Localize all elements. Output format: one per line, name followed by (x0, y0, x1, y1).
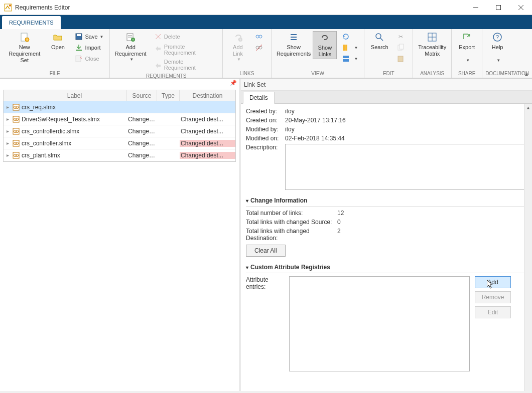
ribbon-group-file: + NewRequirement Set Open Save▼ Import C… (0, 29, 110, 78)
link-small-icon (255, 33, 263, 41)
svg-point-24 (256, 35, 259, 38)
import-button[interactable]: Import (72, 42, 106, 53)
add-requirement-button[interactable]: + AddRequirement▼ (113, 31, 148, 63)
new-file-icon: + (20, 32, 30, 42)
delete-requirement-button: Delete (151, 31, 219, 42)
details-tabbar: Details (241, 91, 532, 104)
created-on-value: 20-May-2017 13:17:16 (285, 117, 346, 124)
expand-icon[interactable]: ▸ (4, 128, 12, 134)
table-row[interactable]: ▸crs_req.slmx (4, 101, 235, 113)
svg-line-37 (380, 38, 383, 41)
tab-requirements[interactable]: REQUIREMENTS (2, 16, 61, 29)
linkset-header: Link Set (241, 79, 532, 91)
layout-button[interactable]: ▼ (339, 53, 361, 64)
description-textarea[interactable] (285, 144, 527, 190)
search-button[interactable]: Search (367, 31, 391, 52)
ribbon-group-links: + AddLink▼ LINKS (223, 29, 272, 78)
expand-icon[interactable]: ▸ (4, 116, 12, 122)
row-destination: Changed dest... (180, 128, 235, 135)
copy-icon (396, 44, 405, 52)
linkset-file-icon (12, 140, 21, 147)
attribute-entries-listbox[interactable] (289, 276, 470, 371)
show-requirements-button[interactable]: ShowRequirements (275, 31, 313, 58)
help-button[interactable]: ? Help▼ (485, 31, 509, 64)
svg-rect-40 (398, 56, 403, 62)
table-row[interactable]: ▸DriverSwRequest_Tests.slmxChanged ...Ch… (4, 113, 235, 125)
change-info-header[interactable]: Change Information (246, 197, 527, 204)
column-source[interactable]: Source (127, 90, 157, 101)
ribbon-group-share: Export▼ SHARE (452, 29, 482, 78)
expand-icon[interactable]: ▸ (4, 104, 12, 110)
chevron-down-icon: ▼ (466, 58, 470, 63)
new-requirement-set-button[interactable]: + NewRequirement Set (3, 31, 46, 65)
link-option-2[interactable] (252, 42, 268, 53)
created-by-value: itoy (285, 108, 295, 115)
demote-requirement-button: Demote Requirement (151, 57, 219, 72)
refresh-view-button[interactable] (339, 31, 361, 42)
left-pane: 📌 Label Source Type Destination ▸crs_req… (0, 79, 241, 391)
cut-icon: ✂ (396, 33, 405, 41)
save-icon (75, 33, 83, 41)
table-row[interactable]: ▸crs_controllerdic.slmxChanged ...Change… (4, 125, 235, 137)
save-button[interactable]: Save▼ (72, 31, 106, 42)
edit-attribute-button: Edit (475, 306, 511, 318)
expand-icon[interactable]: ▸ (4, 140, 12, 146)
show-links-button[interactable]: ShowLinks (313, 31, 337, 59)
cut-button: ✂ (393, 31, 410, 42)
changed-dest-value: 2 (337, 228, 341, 242)
delete-icon (154, 33, 162, 41)
close-file-button: Close (72, 53, 106, 64)
group-label-share: SHARE (455, 70, 479, 78)
custom-attr-header[interactable]: Custom Attribute Registries (246, 264, 527, 271)
traceability-matrix-button[interactable]: TraceabilityMatrix (416, 31, 448, 58)
group-label-edit: EDIT (367, 70, 410, 78)
right-pane: Link Set Details Created by:itoy Created… (241, 79, 532, 391)
svg-text:+: + (239, 38, 241, 42)
row-source: Changed ... (127, 128, 157, 135)
columns-button[interactable]: ▼ (339, 42, 361, 53)
group-label-requirements: REQUIREMENTS (113, 72, 219, 79)
minimize-button[interactable] (464, 0, 487, 15)
add-attribute-button[interactable]: Add (475, 276, 511, 288)
refresh-icon (342, 33, 350, 41)
svg-point-27 (259, 46, 262, 49)
tab-details[interactable]: Details (243, 92, 275, 104)
row-label: crs_req.slmx (21, 104, 127, 111)
chevron-down-icon: ▼ (237, 57, 241, 62)
pin-icon[interactable]: 📌 (230, 80, 237, 86)
column-destination[interactable]: Destination (180, 90, 235, 101)
export-button[interactable]: Export▼ (455, 31, 479, 64)
column-type[interactable]: Type (157, 90, 180, 101)
collapse-ribbon-icon[interactable]: ▲ (524, 71, 529, 77)
table-row[interactable]: ▸crs_plant.slmxChanged ...Changed dest..… (4, 149, 235, 161)
row-source: Changed ... (127, 116, 157, 123)
linkset-file-icon (12, 116, 21, 123)
table-row[interactable]: ▸crs_controller.slmxChanged ...Changed d… (4, 137, 235, 149)
window-title: Requirements Editor (15, 4, 464, 11)
scroll-up-icon[interactable]: ▲ (524, 104, 532, 112)
svg-point-1 (9, 5, 11, 7)
modified-by-value: itoy (285, 126, 295, 133)
add-link-label: AddLink (233, 44, 243, 57)
svg-text:+: + (26, 38, 28, 42)
created-by-label: Created by: (246, 108, 285, 115)
row-source: Changed ... (127, 140, 157, 147)
open-button[interactable]: Open (46, 31, 70, 52)
svg-rect-39 (400, 44, 404, 49)
group-label-view: VIEW (275, 70, 361, 78)
column-label[interactable]: Label (21, 90, 127, 101)
clear-all-button[interactable]: Clear All (246, 245, 286, 257)
promote-icon (154, 46, 162, 54)
svg-rect-3 (496, 5, 500, 10)
promote-requirement-button: Promote Requirement (151, 42, 219, 57)
link-option-1[interactable] (252, 31, 268, 42)
row-label: crs_controllerdic.slmx (21, 128, 127, 135)
expand-icon[interactable]: ▸ (4, 152, 12, 158)
row-label: crs_plant.slmx (21, 152, 127, 159)
close-button[interactable] (509, 0, 532, 15)
details-panel: Created by:itoy Created on:20-May-2017 1… (241, 104, 532, 376)
ribbon-group-edit: Search ✂ EDIT (364, 29, 413, 78)
vertical-scrollbar[interactable]: ▲ (524, 104, 532, 391)
maximize-button[interactable] (487, 0, 509, 15)
add-link-button: + AddLink▼ (226, 31, 250, 63)
